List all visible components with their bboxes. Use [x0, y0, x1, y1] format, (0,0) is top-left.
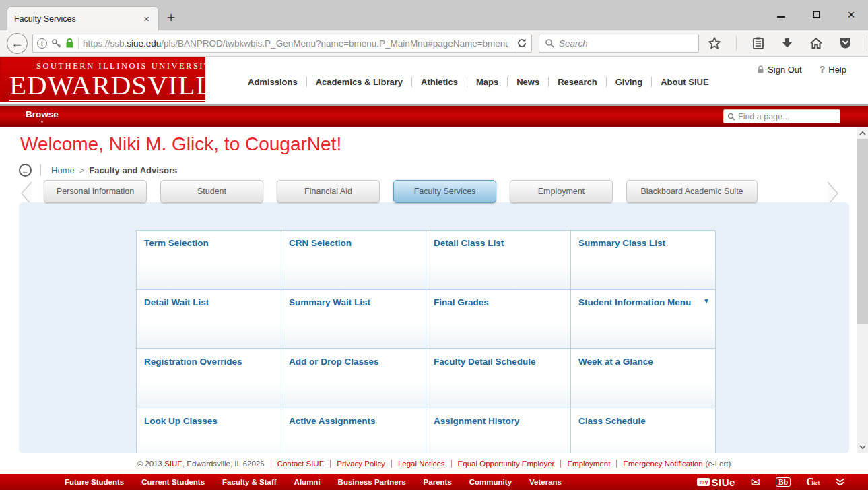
browser-search[interactable]: [539, 34, 699, 53]
tab-financial-aid[interactable]: Financial Aid: [277, 180, 380, 203]
nav-item-admissions[interactable]: Admissions: [239, 77, 307, 87]
menu-item-add-or-drop-classes[interactable]: Add or Drop Classes: [281, 349, 426, 408]
menu-item-summary-class-list[interactable]: Summary Class List: [571, 231, 716, 290]
maximize-button[interactable]: [809, 7, 824, 22]
page-content: Welcome, Niki M. Glick, to CougarNet! ← …: [0, 127, 868, 453]
window-controls: ×: [774, 4, 859, 24]
scrollbar-down-icon[interactable]: [857, 441, 868, 452]
nav-item-research[interactable]: Research: [549, 77, 607, 87]
downloads-icon[interactable]: [780, 36, 795, 51]
site-nav: Admissions Academics & Library Athletics…: [239, 77, 718, 87]
menu-item-term-selection[interactable]: Term Selection: [137, 231, 281, 290]
breadcrumb-current: Faculty and Advisors: [89, 165, 177, 175]
mysiue-logo[interactable]: my SIUe: [697, 477, 735, 488]
footer-link-legal[interactable]: Legal Notices: [392, 460, 452, 468]
key-icon[interactable]: [51, 38, 61, 49]
footer-link-privacy[interactable]: Privacy Policy: [331, 460, 392, 468]
url-separator: [78, 37, 79, 49]
menu-item-registration-overrides[interactable]: Registration Overrides: [137, 349, 281, 408]
nav-item-academics[interactable]: Academics & Library: [307, 77, 412, 87]
sign-out-link[interactable]: Sign Out: [757, 65, 802, 75]
menu-item-detail-class-list[interactable]: Detail Class List: [426, 231, 571, 290]
bottom-icons: my SIUe ✉ Bb C Net: [697, 477, 845, 488]
bottom-link-alumni[interactable]: Alumni: [294, 478, 321, 486]
cougarnet-icon[interactable]: C Net: [806, 477, 820, 487]
help-link[interactable]: ? Help: [820, 64, 846, 75]
bottom-link-business-partners[interactable]: Business Partners: [338, 478, 406, 486]
footer-link-elert[interactable]: Emergency Notification: [617, 460, 705, 468]
tab-student[interactable]: Student: [160, 180, 263, 203]
browser-toolbar: ← i https://ssb.siue.edu/pls/BANPROD/twb…: [0, 30, 868, 57]
menu-item-assignment-history[interactable]: Assignment History: [426, 408, 571, 453]
bottom-bar: Future Students Current Students Faculty…: [0, 474, 868, 490]
home-icon[interactable]: [809, 36, 824, 51]
menu-item-active-assignments[interactable]: Active Assignments: [281, 408, 426, 453]
tab-blackboard[interactable]: Blackboard Academic Suite: [626, 180, 758, 203]
signout-lock-icon: [757, 65, 764, 74]
breadcrumb-back-icon[interactable]: ←: [19, 164, 32, 177]
tab-employment[interactable]: Employment: [510, 180, 613, 203]
browse-menu-button[interactable]: Browse ▼: [26, 108, 59, 123]
back-button[interactable]: ←: [7, 33, 28, 54]
bookmarks-list-icon[interactable]: [751, 36, 766, 51]
minimize-button[interactable]: [774, 7, 789, 22]
info-icon[interactable]: i: [37, 38, 47, 49]
nav-item-giving[interactable]: Giving: [607, 77, 652, 87]
toolbar-separator: [736, 36, 737, 51]
menu-item-class-schedule[interactable]: Class Schedule: [571, 408, 716, 453]
reload-icon[interactable]: [516, 38, 527, 49]
pocket-icon[interactable]: [838, 36, 853, 51]
bottom-link-faculty-staff[interactable]: Faculty & Staff: [222, 478, 277, 486]
bottom-link-parents[interactable]: Parents: [424, 478, 452, 486]
menu-item-week-at-a-glance[interactable]: Week at a Glance: [571, 349, 716, 408]
copyright-text: © 2013 SIUE, Edwardsville, IL 62026: [137, 460, 265, 468]
menu-item-faculty-detail-schedule[interactable]: Faculty Detail Schedule: [426, 349, 571, 408]
breadcrumb: ← Home > Faculty and Advisors: [19, 164, 177, 177]
bottom-link-community[interactable]: Community: [469, 478, 512, 486]
nav-item-maps[interactable]: Maps: [467, 77, 508, 87]
scrollbar-up-icon[interactable]: [857, 127, 868, 139]
search-input[interactable]: [559, 38, 693, 49]
bottom-link-future-students[interactable]: Future Students: [65, 478, 124, 486]
url-bar[interactable]: i https://ssb.siue.edu/pls/BANPROD/twbkw…: [32, 34, 532, 53]
content-scrollbar[interactable]: [857, 127, 868, 453]
site-header: SOUTHERN ILLINOIS UNIVERSITY EDWARDSVILL…: [0, 57, 868, 104]
tab-close-icon[interactable]: ×: [141, 13, 152, 24]
footer-link-eoe[interactable]: Equal Opportunity Employer: [452, 460, 562, 468]
menu-item-detail-wait-list[interactable]: Detail Wait List: [137, 290, 281, 349]
footer-link-contact[interactable]: Contact SIUE: [271, 460, 331, 468]
nav-item-news[interactable]: News: [508, 77, 549, 87]
close-button[interactable]: ×: [844, 7, 859, 22]
browser-tab[interactable]: Faculty Services ×: [7, 6, 159, 30]
https-lock-icon[interactable]: [65, 38, 74, 49]
footer-link-employment[interactable]: Employment: [561, 460, 617, 468]
bottom-link-veterans[interactable]: Veterans: [529, 478, 562, 486]
browser-tab-title: Faculty Services: [14, 14, 141, 24]
tab-personal-information[interactable]: Personal Information: [44, 180, 147, 203]
menu-item-crn-selection[interactable]: CRN Selection: [281, 231, 426, 290]
menu-item-look-up-classes[interactable]: Look Up Classes: [137, 408, 281, 453]
browse-bar: Browse ▼: [0, 104, 868, 127]
menu-grid: Term Selection CRN Selection Detail Clas…: [136, 230, 715, 453]
nav-item-athletics[interactable]: Athletics: [412, 77, 467, 87]
mail-icon[interactable]: ✉: [751, 477, 760, 488]
blackboard-icon[interactable]: Bb: [776, 477, 791, 487]
bottom-link-current-students[interactable]: Current Students: [141, 478, 205, 486]
scrollbar-thumb[interactable]: [857, 139, 868, 324]
menu-item-student-information-menu[interactable]: Student Information Menu▼: [571, 290, 716, 349]
expand-down-icon[interactable]: [835, 478, 845, 486]
find-page-box[interactable]: [723, 109, 840, 123]
find-page-input[interactable]: [738, 112, 836, 121]
url-separator: [512, 37, 512, 49]
url-text[interactable]: https://ssb.siue.edu/pls/BANPROD/twbkwbi…: [83, 38, 508, 49]
breadcrumb-home-link[interactable]: Home: [51, 165, 75, 175]
dropdown-arrow-icon[interactable]: ▼: [703, 297, 710, 305]
menu-item-final-grades[interactable]: Final Grades: [426, 290, 571, 349]
faculty-services-panel: Term Selection CRN Selection Detail Clas…: [19, 202, 849, 453]
new-tab-button[interactable]: +: [167, 9, 175, 26]
nav-item-about[interactable]: About SIUE: [652, 77, 718, 87]
tab-faculty-services[interactable]: Faculty Services: [393, 180, 496, 203]
bookmark-star-icon[interactable]: [707, 36, 722, 51]
menu-item-summary-wait-list[interactable]: Summary Wait List: [281, 290, 426, 349]
siue-logo[interactable]: SOUTHERN ILLINOIS UNIVERSITY EDWARDSVILL…: [0, 57, 205, 102]
